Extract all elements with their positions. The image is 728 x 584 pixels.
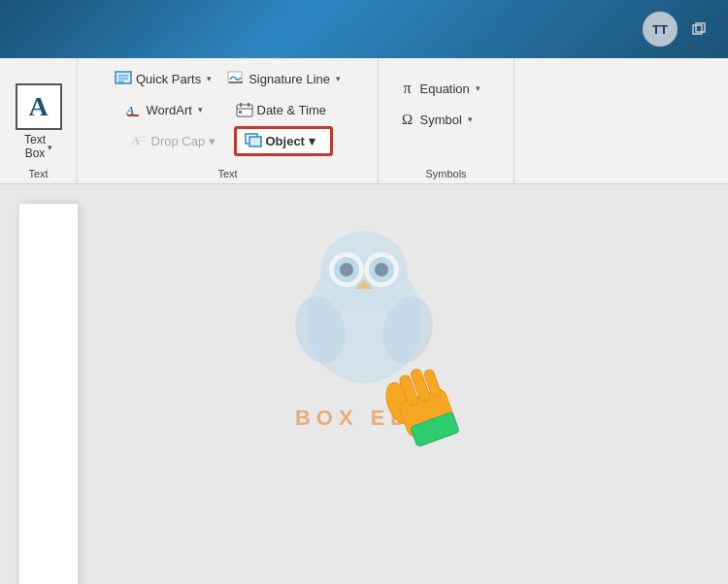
quick-parts-icon [115, 70, 132, 87]
ribbon: A Text Box ▾ Text Quick Pa [0, 58, 728, 184]
svg-point-27 [375, 263, 388, 276]
svg-point-21 [320, 231, 408, 312]
object-arrow: ▾ [309, 134, 315, 148]
signature-line-icon [227, 70, 245, 87]
symbols-row-2: Ω Symbol ▾ [393, 105, 500, 134]
wordart-icon: A [125, 101, 143, 118]
svg-rect-19 [249, 137, 261, 146]
svg-point-26 [340, 263, 353, 276]
svg-marker-28 [355, 279, 373, 289]
symbol-icon: Ω [399, 111, 416, 128]
symbols-section-label: Symbols [379, 168, 513, 179]
text-box-dropdown-arrow: ▾ [48, 143, 52, 152]
row-3: A Drop Cap ▾ Object ▾ [124, 126, 332, 155]
svg-point-24 [334, 257, 359, 282]
drop-cap-arrow: ▾ [209, 134, 215, 148]
signature-line-button[interactable]: Signature Line ▾ [221, 67, 347, 90]
text-box-section-label: Text [0, 168, 77, 179]
svg-point-29 [288, 291, 352, 370]
text-group-section: Quick Parts ▾ Signature Line ▾ [78, 58, 379, 183]
svg-rect-14 [239, 111, 242, 114]
text-box-section: A Text Box ▾ Text [0, 58, 78, 183]
text-box-icon: A [16, 83, 62, 130]
signature-line-arrow: ▾ [336, 74, 341, 83]
avatar[interactable]: TT [643, 12, 678, 47]
svg-point-23 [364, 252, 399, 287]
symbol-arrow: ▾ [468, 114, 473, 124]
svg-point-25 [369, 257, 394, 282]
title-bar: TT [0, 0, 728, 58]
document-page [19, 204, 78, 584]
text-box-label: Text Box [24, 134, 46, 159]
row-2: A WordArt ▾ Date & Time [119, 95, 337, 124]
svg-point-22 [329, 252, 364, 287]
equation-arrow: ▾ [476, 83, 480, 93]
quick-parts-arrow: ▾ [207, 74, 212, 83]
quick-parts-button[interactable]: Quick Parts ▾ [109, 67, 217, 90]
date-time-button[interactable]: Date & Time [230, 98, 337, 121]
window-restore-button[interactable] [685, 16, 712, 43]
drop-cap-icon: A [130, 132, 148, 150]
content-area: BOX EDU [0, 184, 728, 584]
object-icon [245, 132, 262, 150]
text-section-label: Text [78, 168, 378, 179]
equation-icon: π [399, 80, 416, 97]
object-button[interactable]: Object ▾ [235, 127, 332, 155]
symbol-button[interactable]: Ω Symbol ▾ [393, 108, 500, 131]
hand-pointer-icon [379, 341, 466, 448]
wordart-arrow: ▾ [198, 105, 203, 114]
symbols-row-1: π Equation ▾ [393, 74, 500, 103]
wordart-button[interactable]: A WordArt ▾ [119, 98, 226, 121]
row-1: Quick Parts ▾ Signature Line ▾ [109, 64, 347, 93]
drop-cap-button[interactable]: A Drop Cap ▾ [124, 129, 231, 153]
symbols-section: π Equation ▾ Ω Symbol ▾ Symbols [379, 58, 514, 183]
equation-button[interactable]: π Equation ▾ [393, 77, 500, 100]
date-time-icon [236, 101, 253, 118]
text-box-button[interactable]: A Text Box ▾ [8, 80, 70, 163]
